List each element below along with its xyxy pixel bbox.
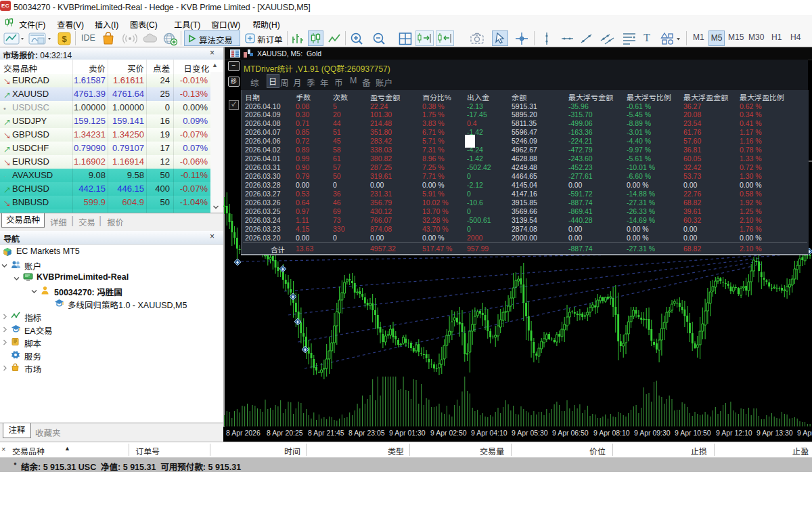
svg-text:$: $: [62, 34, 67, 44]
